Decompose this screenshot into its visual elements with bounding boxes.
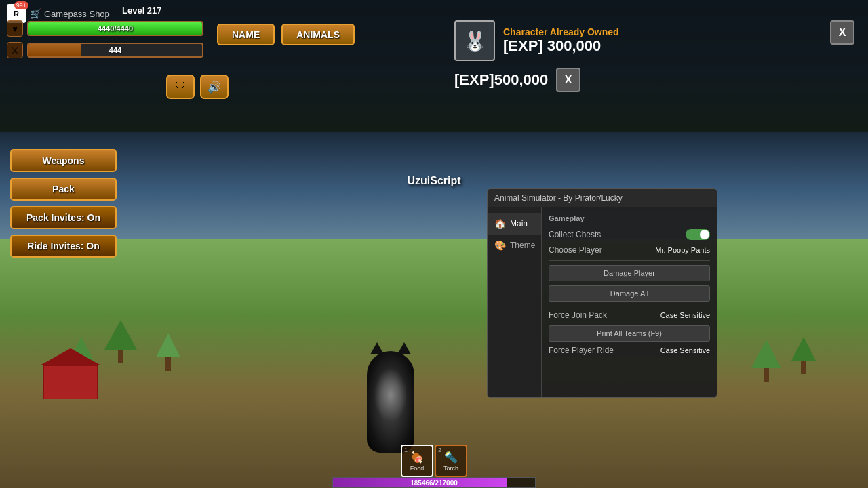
panel-sidebar: 🏠 Main 🎨 Theme (488, 207, 542, 397)
gameplay-section-title: Gameplay (549, 214, 710, 222)
panel-divider2 (549, 306, 710, 306)
weapons-button[interactable]: Weapons (10, 149, 117, 172)
xp-bar-fill (28, 44, 81, 56)
exp2-row: [EXP]500,000 X (454, 68, 854, 92)
choose-player-row: Choose Player Mr. Poopy Pants (549, 245, 710, 255)
collect-chests-toggle[interactable] (686, 229, 710, 240)
damage-player-button[interactable]: Damage Player (549, 265, 710, 281)
damage-all-button[interactable]: Damage All (549, 285, 710, 302)
panel-divider1 (549, 260, 710, 261)
force-join-pack-label: Force Join Pack (549, 310, 607, 320)
hp-bar-text: 4440/4440 (98, 24, 133, 33)
torch-icon: 🔦 (444, 451, 458, 464)
char-owned-row: 🐰 Character Already Owned [EXP] 300,000 … (454, 20, 854, 61)
hotbar-slots: 1 🍖 Food 2 🔦 Torch (401, 445, 467, 477)
tree (156, 333, 180, 371)
main-nav-icon: 🏠 (494, 218, 506, 229)
hotbar-slot-1[interactable]: 1 🍖 Food (401, 445, 433, 477)
sound-button[interactable]: 🔊 (200, 75, 229, 99)
character-panel: 🐰 Character Already Owned [EXP] 300,000 … (454, 20, 854, 92)
pack-invites-button[interactable]: Pack Invites: On (10, 206, 117, 229)
cart-icon: 🛒 (30, 8, 41, 19)
force-player-ride-value: Case Sensitive (660, 346, 710, 354)
char-avatar: 🐰 (454, 20, 495, 61)
exp2-text: [EXP]500,000 (454, 71, 548, 89)
script-label: UzuiScript (407, 175, 460, 187)
animals-button[interactable]: ANIMALS (281, 24, 355, 45)
toggle-knob (700, 230, 709, 239)
hp-bar-row: ♥ 4440/4440 (7, 20, 203, 37)
collect-chests-row: Collect Chests (549, 229, 710, 240)
tree (791, 337, 816, 374)
bars-container: ♥ 4440/4440 ⚔ 444 (7, 20, 203, 58)
collect-chests-label: Collect Chests (549, 230, 601, 239)
choose-player-value: Mr. Poopy Pants (655, 246, 710, 254)
theme-nav-icon: 🎨 (494, 240, 506, 251)
panel-body: 🏠 Main 🎨 Theme Gameplay Collect Chests C… (488, 207, 717, 397)
exp-bar-bottom: 185466/217000 (332, 477, 536, 488)
force-join-pack-row: Force Join Pack Case Sensitive (549, 310, 710, 320)
tree (104, 320, 137, 363)
hp-icon: ♥ (7, 20, 23, 37)
notification-badge: 99+ (14, 1, 28, 9)
torch-label: Torch (443, 465, 458, 472)
pack-button[interactable]: Pack (10, 178, 117, 201)
xp-bar-text: 444 (109, 46, 121, 54)
food-label: Food (410, 465, 425, 472)
gamepass-shop[interactable]: 🛒 Gamepass Shop (30, 8, 110, 19)
panel-title: Animal Simulator - By Pirator/Lucky (488, 189, 717, 207)
barn (43, 352, 98, 399)
ride-invites-button[interactable]: Ride Invites: On (10, 235, 117, 258)
shield-button[interactable]: 🛡 (166, 75, 195, 99)
hp-bar-track: 4440/4440 (27, 21, 203, 36)
close-char-panel-button[interactable]: X (830, 20, 854, 45)
panel-content: Gameplay Collect Chests Choose Player Mr… (542, 207, 717, 397)
force-join-pack-value: Case Sensitive (660, 311, 710, 319)
panel-nav-main[interactable]: 🏠 Main (488, 213, 541, 235)
force-player-ride-label: Force Player Ride (549, 346, 614, 355)
hotbar: 1 🍖 Food 2 🔦 Torch 185466/217000 (332, 445, 536, 488)
char-info: Character Already Owned [EXP] 300,000 (503, 26, 822, 55)
name-animals-buttons: NAME ANIMALS (217, 24, 355, 45)
print-all-teams-button[interactable]: Print All Teams (F9) (549, 325, 710, 342)
xp-bar-track: 444 (27, 43, 203, 58)
level-display: Level 217 (122, 5, 162, 16)
hotbar-slot-2[interactable]: 2 🔦 Torch (435, 445, 467, 477)
xp-bar-row: ⚔ 444 (7, 42, 203, 58)
food-icon: 🍖 (410, 451, 424, 464)
character-figure (357, 317, 425, 453)
close-exp2-button[interactable]: X (556, 68, 580, 92)
top-bar: R 99+ 🛒 Gamepass Shop Level 217 ♥ 4440/4… (0, 0, 868, 132)
sidebar-buttons: Weapons Pack Pack Invites: On Ride Invit… (10, 149, 117, 258)
panel-nav-theme[interactable]: 🎨 Theme (488, 235, 541, 256)
char-already-owned-label: Character Already Owned (503, 26, 822, 37)
icon-buttons: 🛡 🔊 (166, 75, 229, 99)
name-button[interactable]: NAME (217, 24, 275, 45)
exp-bar-text: 185466/217000 (410, 479, 458, 487)
char-exp1: [EXP] 300,000 (503, 37, 822, 55)
animal-panel: Animal Simulator - By Pirator/Lucky 🏠 Ma… (487, 188, 717, 398)
force-player-ride-row: Force Player Ride Case Sensitive (549, 346, 710, 355)
choose-player-label: Choose Player (549, 245, 602, 255)
xp-icon: ⚔ (7, 42, 23, 58)
tree (751, 340, 781, 382)
